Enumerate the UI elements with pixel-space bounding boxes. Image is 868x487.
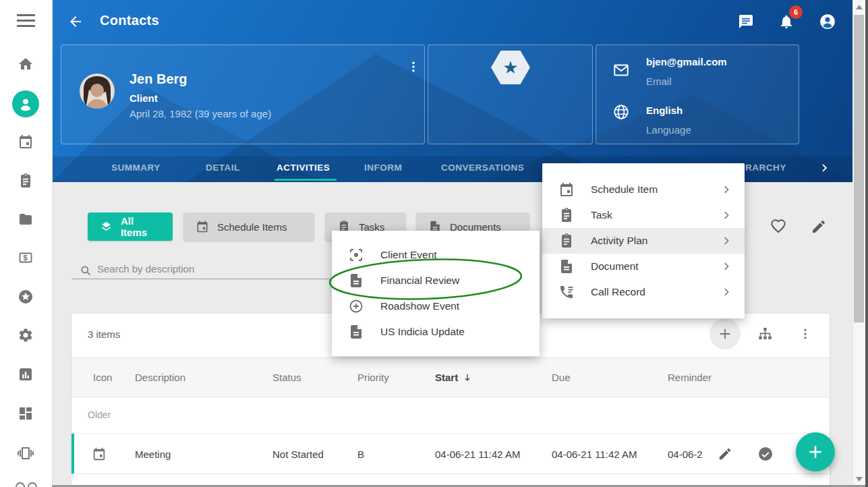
menu-item-label: Schedule Item xyxy=(591,183,658,196)
menu-item-label: Activity Plan xyxy=(591,235,647,247)
profile-avatar xyxy=(80,74,115,109)
column-status[interactable]: Status xyxy=(272,372,301,383)
active-tab-underline xyxy=(274,179,337,181)
tab-detail[interactable]: DETAIL xyxy=(206,163,240,173)
document-icon xyxy=(348,273,364,289)
chevron-right-icon xyxy=(720,286,732,298)
contacts-person-icon-active[interactable] xyxy=(12,90,39,117)
row-complete-check-icon[interactable] xyxy=(757,446,774,462)
tab-summary[interactable]: SUMMARY xyxy=(111,163,161,173)
submenu-item-label: Client Event xyxy=(380,249,437,261)
document-icon xyxy=(558,258,575,275)
voicemail-icon[interactable] xyxy=(15,482,38,487)
badge-card: ★ xyxy=(428,45,593,144)
sort-descending-arrow-icon xyxy=(462,372,473,383)
profile-more-kebab-icon[interactable] xyxy=(407,60,420,74)
filter-all-items-label: All Items xyxy=(121,215,161,238)
calendar-icon[interactable] xyxy=(18,134,34,150)
money-document-icon[interactable]: $ xyxy=(18,250,34,266)
column-icon[interactable]: Icon xyxy=(93,372,112,383)
favorite-heart-icon[interactable] xyxy=(770,218,787,235)
hexagon-star-badge-icon: ★ xyxy=(491,51,530,84)
submenu-item-client-event[interactable]: Client Event xyxy=(332,242,540,268)
home-icon[interactable] xyxy=(18,56,34,72)
tab-hierarchy-partial[interactable]: RARCHY xyxy=(745,163,786,173)
contact-email-value: bjen@gmail.com xyxy=(646,56,727,67)
tab-activities[interactable]: ACTIVITIES xyxy=(277,163,330,173)
row-accent-bar xyxy=(71,434,74,474)
submenu-item-label: Financial Review xyxy=(380,275,459,287)
contact-language-label: Language xyxy=(646,124,691,136)
menu-item-schedule-item[interactable]: Schedule Item xyxy=(542,177,745,202)
items-count-label: 3 items xyxy=(88,328,120,340)
column-priority[interactable]: Priority xyxy=(357,372,389,383)
contact-info-card: bjen@gmail.com Email English Language xyxy=(596,45,799,144)
menu-item-activity-plan[interactable]: Activity Plan xyxy=(542,228,745,254)
document-icon xyxy=(348,324,364,340)
back-arrow-icon[interactable] xyxy=(67,13,84,30)
table-more-kebab-icon[interactable] xyxy=(799,327,812,341)
cell-start: 04-06-21 11:42 AM xyxy=(435,449,520,460)
star-circle-icon[interactable] xyxy=(18,289,34,305)
tasks-clipboard-icon[interactable] xyxy=(18,173,34,189)
settings-gear-icon[interactable] xyxy=(18,327,34,343)
cell-due: 04-06-21 11:42 AM xyxy=(552,449,637,460)
vertical-scrollbar-thumb[interactable] xyxy=(854,15,864,322)
plus-icon xyxy=(807,443,824,461)
hamburger-menu-icon[interactable] xyxy=(17,14,35,29)
fab-add-button[interactable] xyxy=(796,432,835,471)
filter-schedule-items-button[interactable]: Schedule Items xyxy=(183,212,314,241)
svg-text:$: $ xyxy=(24,254,28,262)
crm-contacts-page: Contacts 6 Jen Berg xyxy=(0,0,868,487)
folder-icon[interactable] xyxy=(18,211,34,227)
chevron-right-icon xyxy=(720,209,732,221)
plus-circle-icon xyxy=(348,298,364,314)
menu-item-call-record[interactable]: Call Record xyxy=(542,279,745,305)
edit-pencil-icon[interactable] xyxy=(811,219,827,235)
tab-inform[interactable]: INFORM xyxy=(364,163,402,173)
clipboard-icon xyxy=(558,233,575,249)
column-start-sorted[interactable]: Start xyxy=(435,372,473,383)
contact-language-value: English xyxy=(646,105,683,116)
submenu-item-label: Roadshow Event xyxy=(380,300,459,312)
column-description[interactable]: Description xyxy=(135,372,185,383)
activity-plan-submenu: Client Event Financial Review Roadshow E… xyxy=(332,231,540,356)
submenu-item-financial-review[interactable]: Financial Review xyxy=(332,268,540,293)
cell-description: Meeting xyxy=(135,449,171,460)
chevron-right-icon xyxy=(720,235,732,247)
submenu-item-roadshow-event[interactable]: Roadshow Event xyxy=(332,293,540,319)
row-edit-pencil-icon[interactable] xyxy=(718,447,732,461)
create-activity-menu: Schedule Item Task Activity Plan Documen… xyxy=(542,163,745,318)
calendar-icon xyxy=(196,220,209,233)
table-row-meeting[interactable]: Meeting Not Started B 04-06-21 11:42 AM … xyxy=(71,433,830,474)
menu-item-label: Call Record xyxy=(591,286,645,298)
notification-badge: 6 xyxy=(789,5,803,19)
vibration-icon[interactable] xyxy=(18,445,34,461)
add-item-button[interactable] xyxy=(710,318,741,349)
page-header: Contacts 6 Jen Berg xyxy=(52,0,852,182)
client-event-icon xyxy=(348,247,364,263)
cell-status: Not Started xyxy=(272,449,324,460)
tab-conversations[interactable]: CONVERSATIONS xyxy=(441,163,524,173)
dashboard-icon[interactable] xyxy=(18,405,34,422)
account-avatar-icon[interactable] xyxy=(819,13,836,30)
scrollbar-up-arrow[interactable] xyxy=(856,5,863,9)
submenu-item-us-indicia-update[interactable]: US Indicia Update xyxy=(332,319,540,345)
column-start-label: Start xyxy=(435,372,458,383)
analytics-chart-icon[interactable] xyxy=(18,366,34,382)
plus-icon xyxy=(718,326,732,341)
scrollbar-down-arrow[interactable] xyxy=(856,477,863,482)
chat-icon[interactable] xyxy=(738,13,754,30)
column-due[interactable]: Due xyxy=(552,372,571,383)
filter-all-items-button[interactable]: All Items xyxy=(88,212,173,241)
chevron-right-icon xyxy=(720,183,732,196)
menu-item-task[interactable]: Task xyxy=(542,202,745,228)
column-reminder[interactable]: Reminder xyxy=(668,372,712,383)
chevron-right-icon xyxy=(720,260,732,273)
row-calendar-icon xyxy=(92,447,107,461)
profile-role: Client xyxy=(129,92,158,104)
row-divider xyxy=(71,474,830,474)
hierarchy-view-icon[interactable] xyxy=(757,326,773,342)
tabs-scroll-chevron-right-icon[interactable] xyxy=(817,161,832,175)
menu-item-document[interactable]: Document xyxy=(542,254,745,279)
